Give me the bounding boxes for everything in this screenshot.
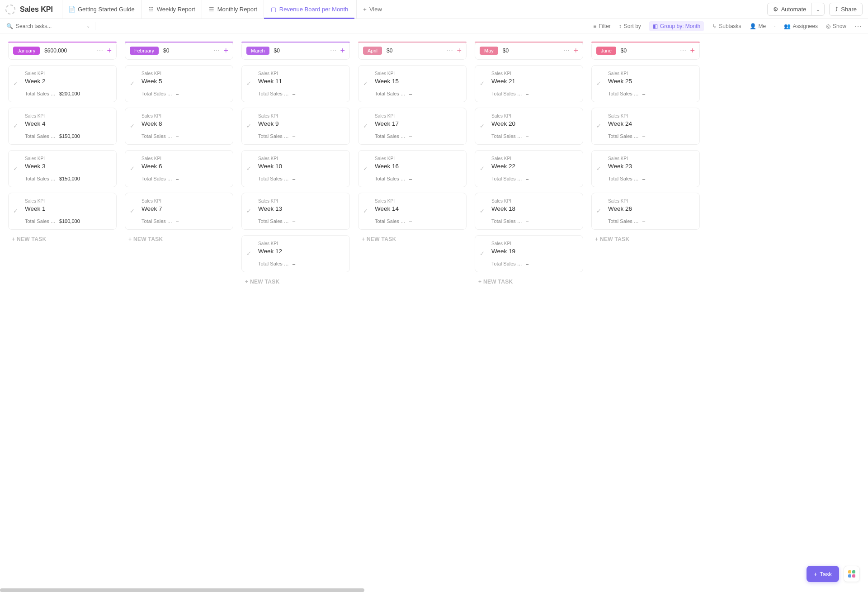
month-pill[interactable]: May <box>480 47 498 55</box>
new-task-button[interactable]: + NEW TASK <box>8 230 117 249</box>
check-icon[interactable]: ✓ <box>596 208 601 214</box>
column-more-button[interactable]: ⋯ <box>97 47 103 54</box>
column-add-button[interactable]: + <box>690 46 695 56</box>
month-pill[interactable]: June <box>596 47 616 55</box>
tab-monthly-report[interactable]: ☰Monthly Report <box>202 0 264 19</box>
check-icon[interactable]: ✓ <box>363 165 368 172</box>
task-card[interactable]: ✓Sales KPIWeek 17Total Sales …– <box>358 108 467 145</box>
task-card[interactable]: ✓Sales KPIWeek 8Total Sales …– <box>125 108 233 145</box>
check-icon[interactable]: ✓ <box>480 165 485 172</box>
check-icon[interactable]: ✓ <box>480 80 485 87</box>
column-more-button[interactable]: ⋯ <box>213 47 220 54</box>
new-task-button[interactable]: + NEW TASK <box>241 272 350 291</box>
subtasks-button[interactable]: ↳ Subtasks <box>712 23 741 29</box>
check-icon[interactable]: ✓ <box>246 250 251 257</box>
month-pill[interactable]: January <box>13 47 40 55</box>
task-card[interactable]: ✓Sales KPIWeek 4Total Sales …$150,000 <box>8 108 117 145</box>
card-list-label: Sales KPI <box>375 114 461 118</box>
check-icon[interactable]: ✓ <box>13 208 18 214</box>
add-view-button[interactable]: + View <box>356 0 388 19</box>
check-icon[interactable]: ✓ <box>246 165 251 172</box>
task-card[interactable]: ✓Sales KPIWeek 2Total Sales …$200,000 <box>8 65 117 102</box>
share-button[interactable]: ⤴ Share <box>829 3 863 16</box>
task-card[interactable]: ✓Sales KPIWeek 1Total Sales …$100,000 <box>8 193 117 230</box>
check-icon[interactable]: ✓ <box>596 165 601 172</box>
task-card[interactable]: ✓Sales KPIWeek 5Total Sales …– <box>125 65 233 102</box>
check-icon[interactable]: ✓ <box>13 165 18 172</box>
check-icon[interactable]: ✓ <box>480 250 485 257</box>
filter-button[interactable]: ≡ Filter <box>593 23 611 29</box>
task-card[interactable]: ✓Sales KPIWeek 21Total Sales …– <box>475 65 583 102</box>
check-icon[interactable]: ✓ <box>130 123 135 129</box>
chevron-down-icon[interactable]: ⌄ <box>86 24 90 28</box>
more-menu-button[interactable]: ⋯ <box>854 22 862 30</box>
task-card[interactable]: ✓Sales KPIWeek 14Total Sales …– <box>358 193 467 230</box>
check-icon[interactable]: ✓ <box>363 80 368 87</box>
column-more-button[interactable]: ⋯ <box>563 47 570 54</box>
task-card[interactable]: ✓Sales KPIWeek 24Total Sales …– <box>591 108 700 145</box>
month-pill[interactable]: February <box>130 47 159 55</box>
sort-button[interactable]: ↕ Sort by <box>619 23 641 29</box>
tab-getting-started-guide[interactable]: 📄Getting Started Guide <box>62 0 141 19</box>
task-card[interactable]: ✓Sales KPIWeek 9Total Sales …– <box>241 108 350 145</box>
task-card[interactable]: ✓Sales KPIWeek 3Total Sales …$150,000 <box>8 150 117 187</box>
task-card[interactable]: ✓Sales KPIWeek 25Total Sales …– <box>591 65 700 102</box>
check-icon[interactable]: ✓ <box>480 123 485 129</box>
task-card[interactable]: ✓Sales KPIWeek 19Total Sales …– <box>475 235 583 272</box>
tab-revenue-board-per-month[interactable]: ▢Revenue Board per Month <box>264 0 354 19</box>
task-card[interactable]: ✓Sales KPIWeek 12Total Sales …– <box>241 235 350 272</box>
column-add-button[interactable]: + <box>107 46 112 56</box>
task-card[interactable]: ✓Sales KPIWeek 15Total Sales …– <box>358 65 467 102</box>
month-pill[interactable]: April <box>363 47 382 55</box>
check-icon[interactable]: ✓ <box>596 80 601 87</box>
new-task-button[interactable]: + NEW TASK <box>591 230 700 249</box>
check-icon[interactable]: ✓ <box>363 123 368 129</box>
check-icon[interactable]: ✓ <box>246 208 251 214</box>
check-icon[interactable]: ✓ <box>13 80 18 87</box>
new-task-button[interactable]: + NEW TASK <box>358 230 467 249</box>
column-add-button[interactable]: + <box>457 46 462 56</box>
assignees-button[interactable]: 👥 Assignees <box>784 23 818 29</box>
month-pill[interactable]: March <box>246 47 269 55</box>
new-task-button[interactable]: + NEW TASK <box>125 230 233 249</box>
column-add-button[interactable]: + <box>223 46 228 56</box>
app-logo[interactable] <box>5 5 15 14</box>
group-by-button[interactable]: ◧ Group by: Month <box>649 21 704 31</box>
task-card[interactable]: ✓Sales KPIWeek 20Total Sales …– <box>475 108 583 145</box>
check-icon[interactable]: ✓ <box>246 80 251 87</box>
check-icon[interactable]: ✓ <box>246 123 251 129</box>
search-input[interactable] <box>16 23 84 29</box>
check-icon[interactable]: ✓ <box>130 165 135 172</box>
automate-button[interactable]: ⚙ Automate <box>767 3 812 16</box>
new-task-button[interactable]: + NEW TASK <box>475 272 583 291</box>
column-add-button[interactable]: + <box>340 46 345 56</box>
column-more-button[interactable]: ⋯ <box>447 47 453 54</box>
show-button[interactable]: ◎ Show <box>826 23 846 29</box>
column-more-button[interactable]: ⋯ <box>330 47 336 54</box>
task-card[interactable]: ✓Sales KPIWeek 6Total Sales …– <box>125 150 233 187</box>
new-task-fab[interactable]: + Task <box>807 566 839 582</box>
board-scroll[interactable]: January$600,000⋯+✓Sales KPIWeek 2Total S… <box>0 33 868 592</box>
task-card[interactable]: ✓Sales KPIWeek 23Total Sales …– <box>591 150 700 187</box>
check-icon[interactable]: ✓ <box>596 123 601 129</box>
horizontal-scrollbar[interactable] <box>0 588 364 592</box>
check-icon[interactable]: ✓ <box>13 123 18 129</box>
check-icon[interactable]: ✓ <box>363 208 368 214</box>
column-more-button[interactable]: ⋯ <box>680 47 686 54</box>
me-button[interactable]: 👤 Me <box>750 23 766 29</box>
tab-weekly-report[interactable]: ☳Weekly Report <box>141 0 202 19</box>
task-card[interactable]: ✓Sales KPIWeek 26Total Sales …– <box>591 193 700 230</box>
task-card[interactable]: ✓Sales KPIWeek 7Total Sales …– <box>125 193 233 230</box>
automate-caret-button[interactable]: ⌄ <box>812 3 825 16</box>
check-icon[interactable]: ✓ <box>130 80 135 87</box>
task-card[interactable]: ✓Sales KPIWeek 11Total Sales …– <box>241 65 350 102</box>
task-card[interactable]: ✓Sales KPIWeek 18Total Sales …– <box>475 193 583 230</box>
task-card[interactable]: ✓Sales KPIWeek 22Total Sales …– <box>475 150 583 187</box>
task-card[interactable]: ✓Sales KPIWeek 16Total Sales …– <box>358 150 467 187</box>
check-icon[interactable]: ✓ <box>480 208 485 214</box>
task-card[interactable]: ✓Sales KPIWeek 13Total Sales …– <box>241 193 350 230</box>
apps-fab[interactable] <box>844 566 860 582</box>
task-card[interactable]: ✓Sales KPIWeek 10Total Sales …– <box>241 150 350 187</box>
column-add-button[interactable]: + <box>573 46 578 56</box>
check-icon[interactable]: ✓ <box>130 208 135 214</box>
